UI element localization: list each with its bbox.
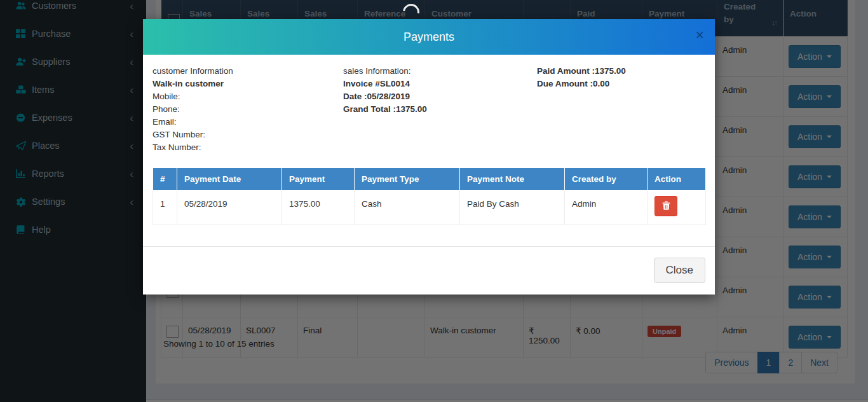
modal-body: customer Information Walk-in customer Mo… xyxy=(143,55,715,225)
payments-col-amount: Payment xyxy=(282,168,355,191)
payment-date: 05/28/2019 xyxy=(177,191,282,225)
customer-name: Walk-in customer xyxy=(153,78,343,90)
payments-col-action: Action xyxy=(648,168,706,191)
payments-modal: Payments × customer Information Walk-in … xyxy=(143,19,715,295)
customer-tax: Tax Number: xyxy=(153,141,343,154)
sales-date: Date :05/28/2019 xyxy=(343,90,537,103)
sales-info: sales Information: Invoice #SL0014 Date … xyxy=(343,65,537,154)
customer-info: customer Information Walk-in customer Mo… xyxy=(153,65,343,154)
payments-header-row: # Payment Date Payment Payment Type Paym… xyxy=(153,168,706,191)
sales-invoice: Invoice #SL0014 xyxy=(343,78,537,90)
due-amount: Due Amount :0.00 xyxy=(537,78,705,90)
sales-info-heading: sales Information: xyxy=(343,65,537,78)
payments-col-type: Payment Type xyxy=(355,168,460,191)
amounts-info: Paid Amount :1375.00 Due Amount :0.00 xyxy=(537,65,705,154)
customer-info-heading: customer Information xyxy=(153,65,343,78)
sales-grand-total: Grand Total :1375.00 xyxy=(343,103,537,116)
customer-gst: GST Number: xyxy=(153,128,343,141)
trash-icon xyxy=(662,201,670,212)
close-icon[interactable]: × xyxy=(696,28,704,43)
payment-row: 1 05/28/2019 1375.00 Cash Paid By Cash A… xyxy=(153,191,706,225)
payment-created-by: Admin xyxy=(565,191,648,225)
modal-footer: Close xyxy=(143,246,715,295)
modal-title: Payments xyxy=(143,19,715,55)
payment-type: Cash xyxy=(355,191,460,225)
payments-col-date: Payment Date xyxy=(177,168,282,191)
payments-col-created-by: Created by xyxy=(565,168,648,191)
close-button[interactable]: Close xyxy=(654,258,705,283)
payments-table: # Payment Date Payment Payment Type Paym… xyxy=(153,167,706,225)
payment-note: Paid By Cash xyxy=(460,191,565,225)
paid-amount: Paid Amount :1375.00 xyxy=(537,65,705,78)
payments-col-num: # xyxy=(153,168,177,191)
delete-payment-button[interactable] xyxy=(654,196,677,216)
payment-num: 1 xyxy=(153,191,177,225)
customer-mobile: Mobile: xyxy=(153,90,343,103)
payment-amount: 1375.00 xyxy=(282,191,355,225)
modal-header: Payments × xyxy=(143,19,715,55)
customer-email: Email: xyxy=(153,116,343,128)
payments-col-note: Payment Note xyxy=(460,168,565,191)
customer-phone: Phone: xyxy=(153,103,343,116)
